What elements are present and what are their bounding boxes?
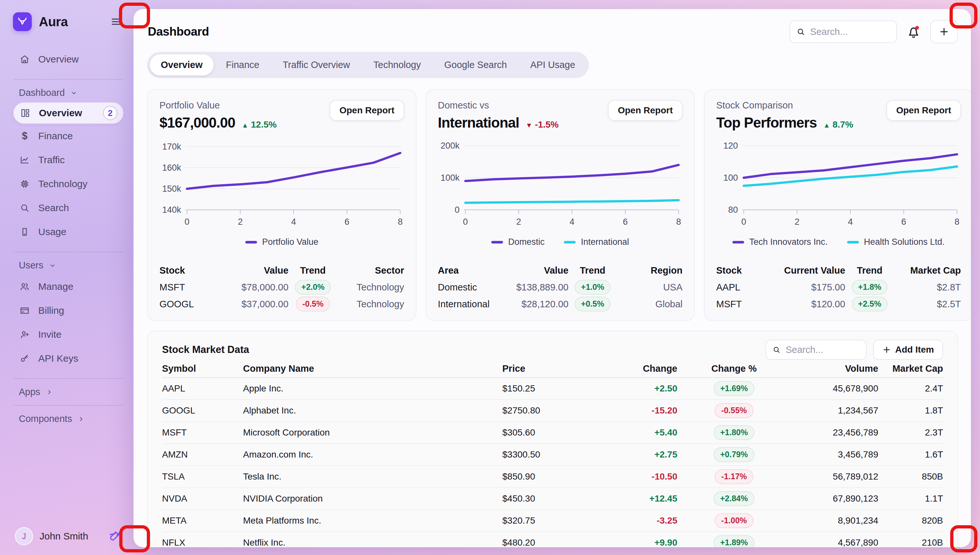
tab-finance[interactable]: Finance (215, 55, 270, 75)
header-controls (789, 20, 958, 43)
sidebar-item-manage[interactable]: Manage (13, 274, 124, 298)
notification-bell-icon[interactable] (906, 24, 922, 40)
user-row[interactable]: J John Smith (13, 527, 124, 545)
sidebar-item-label: Overview (38, 54, 79, 65)
stock-market-section: Stock Market Data Add Item SymbolCompany… (147, 330, 958, 547)
chart-wrap: 0100k200k02468 (438, 139, 682, 226)
sidebar-item-finance[interactable]: $Finance (13, 124, 124, 148)
dollar-icon: $ (19, 130, 31, 142)
card-title-row: $167,000.00▲ 12.5% (159, 115, 277, 131)
table-cell: 2.3T (878, 427, 943, 438)
card-title-row: Top Performers▲ 8.7% (716, 115, 853, 131)
search-icon (797, 27, 805, 37)
table-cell: NVDA (162, 494, 243, 504)
sidebar-item-api-keys[interactable]: API Keys (13, 346, 124, 371)
table-cell: 23,456,789 (791, 427, 878, 438)
card-head: Stock ComparisonTop Performers▲ 8.7%Open… (716, 100, 961, 131)
add-item-button[interactable]: Add Item (873, 340, 943, 360)
legend-label: Domestic (508, 237, 545, 247)
change-pct-pill: -0.55% (714, 403, 753, 418)
table-cell: 56,789,012 (791, 472, 878, 482)
add-button[interactable] (930, 20, 958, 43)
sidebar-item-label: Usage (38, 226, 66, 237)
mini-col-header: Sector (337, 262, 404, 279)
table-cell: -15.20 (609, 406, 677, 416)
section-label-dashboard[interactable]: Dashboard (19, 87, 124, 98)
section-label-components[interactable]: Components (19, 414, 124, 424)
legend-item: Health Solutions Ltd. (847, 237, 945, 247)
open-report-button[interactable]: Open Report (608, 100, 682, 121)
table-cell: AMZN (162, 449, 243, 460)
table-cell: +0.79% (677, 447, 791, 462)
table-row[interactable]: METAMeta Platforms Inc.$320.75-3.25-1.00… (162, 510, 943, 532)
tab-overview[interactable]: Overview (150, 55, 214, 75)
svg-text:0: 0 (463, 217, 468, 226)
table-row[interactable]: MSFTMicrosoft Corporation$305.60+5.40+1.… (162, 422, 943, 444)
table-cell: 1,234,567 (791, 406, 878, 416)
table-row[interactable]: GOOGLAlphabet Inc.$2750.80-15.20-0.55%1,… (162, 400, 943, 422)
user-plus-icon (19, 329, 31, 340)
paintbrush-icon[interactable] (107, 529, 122, 544)
tab-technology[interactable]: Technology (362, 55, 432, 75)
column-header: Change % (677, 363, 791, 374)
triangle-up-icon: ▲ (823, 122, 830, 129)
svg-text:80: 80 (728, 205, 738, 215)
table-cell: 45,678,900 (791, 383, 878, 394)
table-row[interactable]: NVDANVIDIA Corporation$450.30+12.45+2.84… (162, 488, 943, 510)
tab-api-usage[interactable]: API Usage (519, 55, 586, 75)
sidebar-item-technology[interactable]: Technology (13, 172, 124, 196)
divider (14, 79, 123, 80)
card-domestic-vs: Domestic vsInternational▼ -1.5%Open Repo… (425, 89, 695, 321)
sidebar-item-invite[interactable]: Invite (13, 322, 124, 346)
sidebar-item-overview[interactable]: Overview2 (13, 102, 124, 124)
table-search[interactable] (766, 340, 867, 360)
open-report-button[interactable]: Open Report (886, 100, 961, 121)
table-cell: $480.20 (502, 537, 609, 547)
mini-cell: Technology (337, 279, 404, 296)
table-row[interactable]: TSLATesla Inc.$850.90-10.50-1.17%56,789,… (162, 466, 943, 488)
legend-item: Portfolio Value (245, 237, 319, 247)
section-label-apps[interactable]: Apps (19, 387, 124, 397)
chart-legend: DomesticInternational (438, 237, 682, 247)
table-cell: $450.30 (502, 494, 609, 504)
table-cell: 8,901,234 (791, 515, 878, 526)
svg-text:8: 8 (676, 217, 681, 226)
mini-col-header: Market Cap (894, 262, 961, 279)
change-pct-pill: -1.00% (714, 513, 753, 528)
avatar: J (15, 527, 33, 545)
card-title: $167,000.00 (159, 115, 235, 131)
hamburger-menu-icon[interactable] (109, 14, 124, 29)
sidebar-item-overview[interactable]: Overview (13, 47, 124, 71)
table-row[interactable]: AAPLApple Inc.$150.25+2.50+1.69%45,678,9… (162, 378, 943, 400)
mini-col-header: Trend (845, 262, 894, 279)
table-cell: +9.90 (609, 537, 677, 547)
open-report-button[interactable]: Open Report (330, 100, 404, 121)
card-head: Domestic vsInternational▼ -1.5%Open Repo… (438, 100, 682, 131)
section-label-users[interactable]: Users (19, 260, 124, 271)
change-pct-pill: +1.80% (714, 425, 755, 440)
table-row[interactable]: AMZNAmazon.com Inc.$3300.50+2.75+0.79%3,… (162, 444, 943, 466)
card-title-row: International▼ -1.5% (438, 115, 559, 131)
tab-google-search[interactable]: Google Search (433, 55, 518, 75)
section-label-text: Dashboard (19, 87, 65, 98)
table-row[interactable]: NFLXNetflix Inc.$480.20+9.90+1.89%4,567,… (162, 532, 943, 547)
table-search-input[interactable] (785, 344, 859, 356)
chart-legend: Tech Innovators Inc.Health Solutions Ltd… (716, 237, 961, 247)
table-cell: +1.89% (677, 535, 791, 547)
column-header: Price (502, 363, 609, 374)
tab-traffic-overview[interactable]: Traffic Overview (272, 55, 361, 75)
line-chart: 0100k200k02468 (438, 139, 682, 226)
plus-icon (938, 26, 949, 37)
sidebar-item-billing[interactable]: Billing (13, 298, 124, 322)
global-search[interactable] (789, 21, 897, 43)
divider (14, 252, 123, 252)
table-cell: $305.60 (502, 427, 609, 438)
table-cell: +1.80% (677, 425, 791, 440)
mini-col-header: Current Value (765, 262, 845, 279)
sidebar-item-traffic[interactable]: Traffic (13, 148, 124, 172)
sidebar-item-usage[interactable]: Usage (13, 220, 124, 244)
column-header: Company Name (243, 363, 502, 374)
sidebar-item-search[interactable]: Search (13, 196, 124, 220)
card-delta: ▼ -1.5% (526, 119, 559, 130)
search-input[interactable] (809, 26, 890, 38)
